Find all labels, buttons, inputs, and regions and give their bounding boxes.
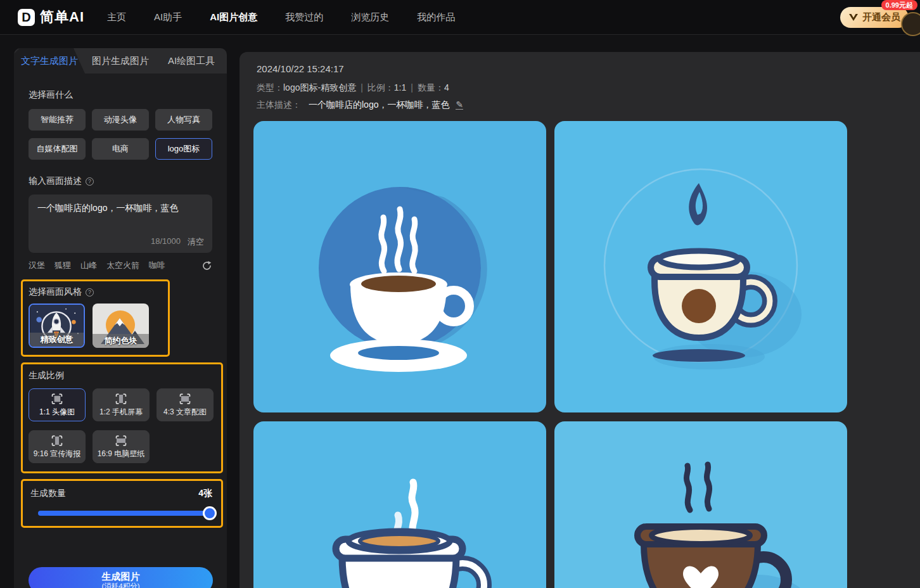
clear-button[interactable]: 清空: [188, 236, 204, 248]
generated-image-3[interactable]: [253, 421, 546, 588]
generated-images-grid: [253, 121, 920, 588]
option-anime-avatar[interactable]: 动漫头像: [92, 109, 149, 131]
slider-handle[interactable]: [203, 506, 217, 520]
style-card-label: 精致创意: [30, 333, 84, 347]
wide-frame-icon: [114, 434, 128, 447]
meta-type-value: logo图标-精致创意: [283, 82, 356, 93]
style-card-label: 简约色块: [93, 334, 149, 348]
open-membership-button[interactable]: 开通会员 0.99元起: [840, 7, 909, 28]
refresh-icon[interactable]: [201, 260, 212, 271]
nav-item-liked[interactable]: 我赞过的: [285, 11, 323, 23]
quantity-value: 4张: [198, 488, 212, 499]
help-icon[interactable]: ?: [86, 177, 94, 186]
top-navbar: D 简单AI 主页 AI助手 AI图片创意 我赞过的 浏览历史 我的作品 开通会…: [0, 0, 920, 35]
char-counter: 18/1000: [151, 236, 181, 248]
square-frame-icon: [50, 392, 64, 406]
style-card-simple-color-block[interactable]: 简约色块: [93, 304, 149, 348]
option-ecommerce[interactable]: 电商: [92, 138, 149, 160]
generation-meta: 类型：logo图标-精致创意|比例：1:1|数量：4: [257, 82, 920, 94]
avatar[interactable]: [901, 12, 920, 36]
meta-count-value: 4: [444, 82, 449, 93]
quantity-section-highlight: 生成数量 4张: [21, 479, 223, 528]
generate-label: 生成图片: [102, 571, 140, 582]
tall-frame-icon: [114, 392, 128, 406]
member-button-label: 开通会员: [862, 11, 900, 23]
ratio-16-9-wallpaper[interactable]: 16:9 电脑壁纸: [93, 430, 150, 463]
generated-image-2[interactable]: [554, 121, 847, 412]
ratio-9-16-poster[interactable]: 9:16 宣传海报: [29, 430, 86, 463]
ratio-1-2-phone-screen[interactable]: 1:2 手机屏幕: [93, 388, 150, 421]
subject-description: 主体描述： 一个咖啡店的logo，一杯咖啡，蓝色 ✎: [257, 99, 920, 111]
tall-frame-icon: [50, 434, 64, 447]
ratio-options: 1:1 头像图 1:2 手机屏幕: [29, 388, 221, 463]
option-portrait[interactable]: 人物写真: [155, 109, 212, 131]
suggestion-tags: 汉堡 狐狸 山峰 太空火箭 咖啡: [29, 260, 212, 271]
nav-item-home[interactable]: 主页: [107, 11, 126, 23]
generation-timestamp: 2024/10/22 15:24:17: [257, 63, 920, 74]
generated-image-1[interactable]: [253, 121, 546, 412]
tag-fox[interactable]: 狐狸: [54, 260, 71, 271]
draw-what-options: 智能推荐 动漫头像 人物写真 自媒体配图 电商 logo图标: [29, 109, 212, 160]
edit-pencil-icon[interactable]: ✎: [456, 101, 463, 110]
nav-item-history[interactable]: 浏览历史: [351, 11, 389, 23]
member-area: 开通会员 0.99元起: [840, 7, 909, 28]
wide-frame-icon: [178, 392, 192, 406]
generated-image-4[interactable]: [554, 421, 847, 588]
quantity-slider[interactable]: [38, 511, 214, 516]
option-logo-icon[interactable]: logo图标: [155, 138, 212, 160]
tab-image-to-image[interactable]: 图片生成图片: [85, 48, 156, 74]
option-media-illustration[interactable]: 自媒体配图: [29, 138, 86, 160]
meta-ratio-value: 1:1: [394, 82, 406, 93]
generation-sidebar: 文字生成图片 图片生成图片 AI绘图工具 选择画什么 智能推荐 动漫头像 人物写…: [14, 48, 227, 588]
prompt-text: 一个咖啡店的logo，一杯咖啡，蓝色: [37, 203, 178, 213]
tag-coffee[interactable]: 咖啡: [149, 260, 165, 271]
prompt-label: 输入画面描述 ?: [29, 176, 212, 187]
tab-text-to-image[interactable]: 文字生成图片: [14, 48, 85, 74]
style-card-exquisite-creative[interactable]: 精致创意: [29, 304, 85, 348]
generate-image-button[interactable]: 生成图片 (消耗4积分): [29, 567, 213, 588]
help-icon[interactable]: ?: [86, 288, 94, 297]
quantity-label: 生成数量: [30, 488, 66, 499]
logo-d-icon: D: [18, 9, 35, 26]
tag-space-rocket[interactable]: 太空火箭: [106, 260, 139, 271]
style-label: 选择画面风格 ?: [29, 286, 168, 298]
tag-mountain[interactable]: 山峰: [80, 260, 97, 271]
draw-what-label: 选择画什么: [29, 89, 212, 101]
subject-description-value: 一个咖啡店的logo，一杯咖啡，蓝色: [309, 99, 449, 111]
nav-item-my-works[interactable]: 我的作品: [417, 11, 455, 23]
prompt-footer: 18/1000 清空: [151, 236, 204, 248]
option-smart-recommend[interactable]: 智能推荐: [29, 109, 86, 131]
price-badge: 0.99元起: [881, 0, 917, 10]
generate-cost-label: (消耗4积分): [101, 582, 139, 588]
sidebar-panel: 选择画什么 智能推荐 动漫头像 人物写真 自媒体配图 电商 logo图标 输入画…: [14, 74, 227, 588]
ratio-section-highlight: 生成比例 1:1 头像图: [21, 362, 223, 473]
logo-text: 简单AI: [40, 8, 84, 27]
nav-item-ai-image-creation[interactable]: AI图片创意: [210, 11, 257, 23]
sidebar-tabbar: 文字生成图片 图片生成图片 AI绘图工具: [14, 48, 227, 74]
ratio-label: 生成比例: [29, 370, 221, 381]
tag-burger[interactable]: 汉堡: [29, 260, 45, 271]
style-cards: 精致创意 简约色块: [29, 304, 168, 348]
tab-ai-drawing-tools[interactable]: AI绘图工具: [156, 48, 227, 74]
vip-v-icon: [848, 13, 859, 22]
prompt-input[interactable]: 一个咖啡店的logo，一杯咖啡，蓝色 18/1000 清空: [29, 195, 212, 253]
nav-item-ai-assistant[interactable]: AI助手: [154, 11, 182, 23]
results-panel: 2024/10/22 15:24:17 类型：logo图标-精致创意|比例：1:…: [240, 52, 920, 588]
app-logo[interactable]: D 简单AI: [18, 8, 84, 27]
ratio-4-3-article[interactable]: 4:3 文章配图: [157, 388, 214, 421]
style-section-highlight: 选择画面风格 ?: [21, 279, 170, 357]
main-nav: 主页 AI助手 AI图片创意 我赞过的 浏览历史 我的作品: [107, 11, 455, 23]
ratio-1-1-avatar[interactable]: 1:1 头像图: [29, 388, 86, 421]
